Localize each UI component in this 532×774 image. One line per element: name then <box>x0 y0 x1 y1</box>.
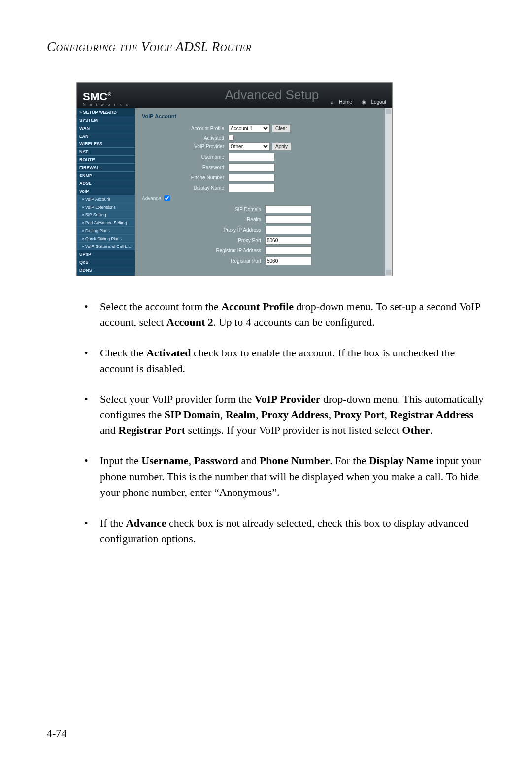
voip-provider-label: VoIP Provider <box>142 144 228 149</box>
panel-title: VoIP Account <box>142 113 385 119</box>
nav-ddns[interactable]: DDNS <box>77 266 135 274</box>
nav-tools[interactable]: TOOLS <box>77 274 135 276</box>
scrollbar[interactable] <box>385 108 392 276</box>
registrar-port-label: Registrar Port <box>142 258 265 264</box>
nav-system[interactable]: SYSTEM <box>77 116 135 124</box>
activated-label: Activated <box>142 135 228 141</box>
home-link[interactable]: ⌂ Home <box>327 99 352 105</box>
bullet-voip-provider: Select your VoIP provider form the VoIP … <box>84 391 485 439</box>
username-input[interactable] <box>228 153 275 161</box>
main-panel: VoIP Account Account Profile Account 1 C… <box>135 108 392 276</box>
proxy-port-input[interactable] <box>265 236 312 245</box>
activated-checkbox[interactable] <box>228 135 234 141</box>
router-screenshot: SMC® N e t w o r k s Advanced Setup ⌂ Ho… <box>76 82 393 276</box>
chapter-title: Configuring the Voice ADSL Router <box>47 39 485 55</box>
account-profile-select[interactable]: Account 1 <box>228 124 270 133</box>
nav-voip-extensions[interactable]: » VoIP Extensions <box>77 203 135 211</box>
advance-checkbox[interactable] <box>164 195 170 201</box>
nav-wan[interactable]: WAN <box>77 124 135 132</box>
clear-button[interactable]: Clear <box>272 124 291 133</box>
nav-setup-wizard[interactable]: » SETUP WIZARD <box>77 108 135 116</box>
advanced-setup-title: Advanced Setup <box>225 87 319 103</box>
nav-route[interactable]: ROUTE <box>77 156 135 164</box>
nav-port-advanced[interactable]: » Port Advanced Setting <box>77 219 135 227</box>
advance-label: Advance <box>142 196 161 201</box>
bullet-activated: Check the Activated check box to enable … <box>84 345 485 377</box>
nav-nat[interactable]: NAT <box>77 148 135 156</box>
body-text: Select the account form the Account Prof… <box>47 299 485 547</box>
nav-lan[interactable]: LAN <box>77 132 135 140</box>
logout-link[interactable]: ◉ Logout <box>358 99 386 105</box>
brand-logo: SMC® <box>83 90 129 103</box>
nav-voip-account[interactable]: » VoIP Account <box>77 195 135 203</box>
password-label: Password <box>142 165 228 170</box>
nav-voip[interactable]: VoIP <box>77 187 135 195</box>
sidebar-nav: » SETUP WIZARD SYSTEM WAN LAN WIRELESS N… <box>77 108 135 276</box>
registrar-ip-input[interactable] <box>265 246 312 255</box>
display-name-input[interactable] <box>228 184 275 192</box>
page-number: 4-74 <box>47 727 66 739</box>
sip-domain-input[interactable] <box>265 205 312 213</box>
nav-firewall[interactable]: FIREWALL <box>77 164 135 172</box>
brand-subtext: N e t w o r k s <box>83 102 129 106</box>
nav-wireless[interactable]: WIRELESS <box>77 140 135 148</box>
realm-label: Realm <box>142 217 265 222</box>
phone-number-label: Phone Number <box>142 175 228 180</box>
bullet-credentials: Input the Username, Password and Phone N… <box>84 453 485 500</box>
proxy-ip-input[interactable] <box>265 226 312 234</box>
nav-dialing-plans[interactable]: » Dialing Plans <box>77 227 135 235</box>
nav-sip-setting[interactable]: » SIP Setting <box>77 211 135 219</box>
display-name-label: Display Name <box>142 185 228 191</box>
account-profile-label: Account Profile <box>142 126 228 131</box>
nav-qos[interactable]: QoS <box>77 258 135 266</box>
password-input[interactable] <box>228 163 275 172</box>
nav-voip-status[interactable]: » VoIP Status and Call Logs <box>77 243 135 250</box>
registrar-ip-label: Registrar IP Address <box>142 248 265 253</box>
realm-input[interactable] <box>265 215 312 224</box>
screenshot-header: SMC® N e t w o r k s Advanced Setup ⌂ Ho… <box>77 83 392 108</box>
registrar-port-input[interactable] <box>265 257 312 265</box>
sip-domain-label: SIP Domain <box>142 207 265 212</box>
proxy-port-label: Proxy Port <box>142 238 265 243</box>
proxy-ip-label: Proxy IP Address <box>142 227 265 233</box>
phone-number-input[interactable] <box>228 174 275 182</box>
voip-provider-select[interactable]: Other <box>228 142 270 151</box>
bullet-advance: If the Advance check box is not already … <box>84 515 485 547</box>
username-label: Username <box>142 154 228 160</box>
apply-button[interactable]: Apply <box>272 142 291 151</box>
header-links: ⌂ Home ◉ Logout <box>323 99 386 106</box>
bullet-account-profile: Select the account form the Account Prof… <box>84 299 485 330</box>
nav-adsl[interactable]: ADSL <box>77 179 135 187</box>
logo-block: SMC® N e t w o r k s <box>83 90 129 106</box>
nav-snmp[interactable]: SNMP <box>77 172 135 179</box>
logout-icon: ◉ <box>362 99 366 105</box>
nav-upnp[interactable]: UPnP <box>77 250 135 258</box>
nav-quick-dialing[interactable]: » Quick Dialing Plans <box>77 235 135 243</box>
home-icon: ⌂ <box>331 99 333 105</box>
